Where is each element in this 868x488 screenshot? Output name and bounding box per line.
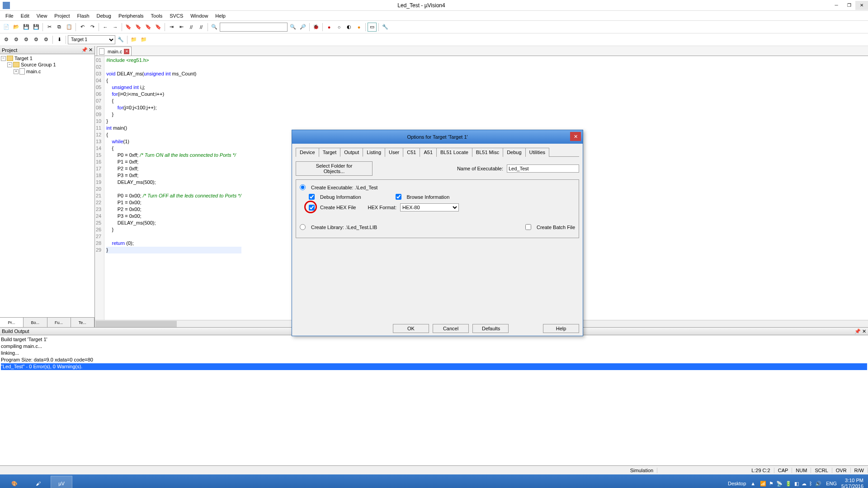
- task-app-uvision[interactable]: µV: [51, 476, 72, 488]
- find-next-icon[interactable]: 🔍: [288, 23, 297, 32]
- create-executable-radio[interactable]: [300, 184, 306, 190]
- indent-icon[interactable]: ⇥: [167, 23, 176, 32]
- new-file-icon[interactable]: 📄: [2, 23, 11, 32]
- manage-icon[interactable]: 📁: [139, 35, 148, 44]
- tray-lang[interactable]: ENG: [826, 481, 837, 486]
- task-app-paint2[interactable]: 🖌: [27, 476, 49, 488]
- redo-icon[interactable]: ↷: [88, 23, 97, 32]
- translate-icon[interactable]: ⚙: [2, 35, 11, 44]
- menu-svcs[interactable]: SVCS: [166, 12, 187, 19]
- dialog-tab-bl51-locate[interactable]: BL51 Locate: [436, 148, 472, 157]
- cancel-button[interactable]: Cancel: [433, 324, 469, 333]
- cut-icon[interactable]: ✂: [45, 23, 54, 32]
- debug-icon[interactable]: 🐞: [311, 23, 321, 32]
- tray-battery-icon[interactable]: 🔋: [785, 481, 792, 487]
- bookmark-prev-icon[interactable]: 🔖: [134, 23, 143, 32]
- panel-close-icon[interactable]: ✕: [89, 47, 93, 53]
- find-icon[interactable]: 🔍: [210, 23, 219, 32]
- save-all-icon[interactable]: 💾: [32, 23, 41, 32]
- incremental-find-icon[interactable]: 🔎: [298, 23, 307, 32]
- dialog-tab-c51[interactable]: C51: [403, 148, 420, 157]
- sidebar-tab[interactable]: Te...: [71, 318, 94, 327]
- bookmark-next-icon[interactable]: 🔖: [144, 23, 153, 32]
- rebuild-icon[interactable]: ⚙: [22, 35, 31, 44]
- tray-cloud-icon[interactable]: ☁: [802, 481, 807, 487]
- ok-button[interactable]: OK: [393, 324, 429, 333]
- tree-file[interactable]: + main.c: [1, 68, 94, 75]
- hex-format-select[interactable]: HEX-80: [400, 203, 459, 211]
- dialog-tab-bl51-misc[interactable]: BL51 Misc: [472, 148, 503, 157]
- create-hex-checkbox[interactable]: [309, 205, 315, 211]
- open-file-icon[interactable]: 📂: [12, 23, 21, 32]
- file-tab[interactable]: main.c ✕: [97, 47, 132, 56]
- dialog-tab-target[interactable]: Target: [319, 148, 341, 157]
- tab-close-icon[interactable]: ✕: [124, 49, 129, 54]
- dialog-tab-listing[interactable]: Listing: [363, 148, 385, 157]
- breakpoint-enable-icon[interactable]: ○: [335, 23, 344, 32]
- name-executable-input[interactable]: [507, 164, 579, 173]
- tray-bluetooth-icon[interactable]: ᛒ: [809, 481, 812, 487]
- target-options-icon[interactable]: 🔧: [116, 35, 125, 44]
- dialog-close-button[interactable]: ✕: [570, 132, 581, 141]
- breakpoint-kill-icon[interactable]: ●: [354, 23, 363, 32]
- create-batch-checkbox[interactable]: [525, 224, 531, 230]
- sidebar-tab[interactable]: Bo...: [24, 318, 47, 327]
- browse-info-checkbox[interactable]: [396, 194, 401, 200]
- code-content[interactable]: #include <reg51.h> void DELAY_ms(unsigne…: [104, 56, 243, 320]
- configure-icon[interactable]: 🔧: [381, 23, 390, 32]
- create-library-radio[interactable]: [300, 224, 306, 230]
- dialog-tab-device[interactable]: Device: [296, 148, 319, 157]
- tray-chevron-icon[interactable]: ▲: [750, 481, 755, 486]
- tray-app-icon[interactable]: ◧: [794, 481, 799, 487]
- paste-icon[interactable]: 📋: [65, 23, 74, 32]
- dialog-tab-utilities[interactable]: Utilities: [525, 148, 549, 157]
- undo-icon[interactable]: ↶: [78, 23, 87, 32]
- menu-view[interactable]: View: [33, 12, 51, 19]
- menu-project[interactable]: Project: [51, 12, 73, 19]
- window-layout-icon[interactable]: ▭: [368, 23, 377, 32]
- file-ext-icon[interactable]: 📁: [129, 35, 138, 44]
- nav-forward-icon[interactable]: →: [111, 23, 120, 32]
- menu-flash[interactable]: Flash: [74, 12, 93, 19]
- debug-info-checkbox[interactable]: [309, 194, 315, 200]
- tray-volume-icon[interactable]: 🔊: [815, 481, 821, 487]
- menu-peripherals[interactable]: Peripherals: [115, 12, 147, 19]
- dialog-tab-user[interactable]: User: [385, 148, 403, 157]
- build-output[interactable]: Build target 'Target 1'compiling main.c.…: [0, 335, 868, 465]
- breakpoint-disable-icon[interactable]: ◐: [344, 23, 354, 32]
- dialog-tab-a51[interactable]: A51: [420, 148, 437, 157]
- sidebar-tab[interactable]: Pr...: [0, 318, 24, 327]
- task-app-paint[interactable]: 🎨: [4, 476, 25, 488]
- close-button[interactable]: ✕: [855, 1, 868, 10]
- tray-action-icon[interactable]: ⚑: [769, 481, 774, 487]
- project-tree[interactable]: − Target 1 − Source Group 1 + main.c: [0, 54, 94, 317]
- bookmark-clear-icon[interactable]: 🔖: [154, 23, 163, 32]
- outdent-icon[interactable]: ⇤: [177, 23, 186, 32]
- panel-pin-icon[interactable]: 📌: [854, 328, 861, 334]
- sidebar-tab[interactable]: Fu...: [47, 318, 71, 327]
- tray-clock[interactable]: 3:10 PM 5/17/2016: [841, 478, 863, 488]
- uncomment-icon[interactable]: //: [197, 23, 206, 32]
- tray-desktop-label[interactable]: Desktop: [728, 481, 746, 486]
- batch-build-icon[interactable]: ⚙: [32, 35, 41, 44]
- dialog-tab-output[interactable]: Output: [340, 148, 363, 157]
- breakpoint-insert-icon[interactable]: ●: [325, 23, 334, 32]
- nav-back-icon[interactable]: ←: [101, 23, 110, 32]
- maximize-button[interactable]: ❐: [843, 1, 855, 10]
- save-icon[interactable]: 💾: [22, 23, 31, 32]
- defaults-button[interactable]: Defaults: [472, 324, 509, 333]
- dialog-titlebar[interactable]: Options for Target 'Target 1' ✕: [292, 130, 583, 144]
- tree-group[interactable]: − Source Group 1: [1, 61, 94, 68]
- menu-edit[interactable]: Edit: [17, 12, 33, 19]
- target-select[interactable]: Target 1: [68, 35, 115, 44]
- menu-help[interactable]: Help: [212, 12, 229, 19]
- comment-icon[interactable]: //: [187, 23, 196, 32]
- tray-wifi-icon[interactable]: 📡: [776, 481, 783, 487]
- find-combo[interactable]: [220, 23, 288, 32]
- panel-pin-icon[interactable]: 📌: [81, 47, 88, 53]
- tree-root[interactable]: − Target 1: [1, 55, 94, 61]
- menu-tools[interactable]: Tools: [147, 12, 166, 19]
- help-button[interactable]: Help: [543, 324, 579, 333]
- menu-file[interactable]: File: [2, 12, 17, 19]
- select-folder-button[interactable]: Select Folder for Objects...: [296, 161, 373, 176]
